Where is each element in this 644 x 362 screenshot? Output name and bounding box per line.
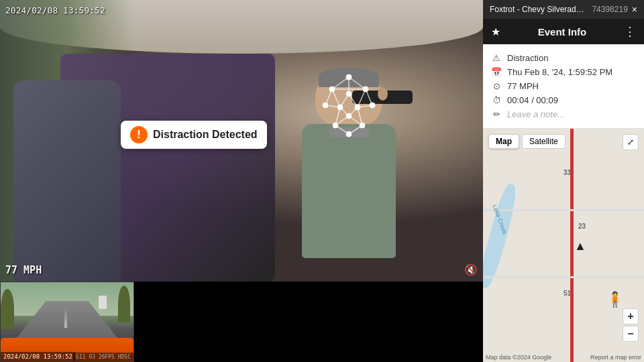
face-mesh-overlay [312, 70, 386, 141]
main-camera: ! Distraction Detected 2024/02/08 13:59:… [0, 0, 483, 282]
svg-line-18 [332, 89, 340, 107]
note-row[interactable]: ✏ Leave a note... [491, 107, 636, 121]
event-details: ⚠ Distraction 📅 Thu Feb 8, '24, 1:59:52 … [483, 44, 644, 129]
star-icon[interactable]: ★ [491, 25, 500, 38]
navigation-arrow: ▲ [574, 239, 586, 253]
road-label-23: 23 [578, 223, 586, 230]
secondary-camera[interactable]: 2024/02/08 13:59:52 G11 03 26FPS HDSC [0, 282, 134, 362]
zoom-out-button[interactable]: − [623, 326, 639, 342]
svg-line-16 [325, 89, 332, 105]
map-zoom-controls: + − [623, 308, 639, 342]
volume-icon[interactable]: 🔇 [464, 263, 478, 276]
svg-line-20 [340, 94, 349, 107]
svg-line-25 [349, 107, 358, 116]
clock-icon: ⏱ [491, 95, 502, 105]
svg-line-21 [349, 94, 358, 107]
distraction-badge: ! Distraction Detected [121, 121, 267, 149]
event-type-row: ⚠ Distraction [491, 51, 636, 65]
map-tab-satellite[interactable]: Satellite [522, 134, 566, 149]
svg-line-17 [366, 89, 372, 105]
map-tabs: Map Satellite [488, 134, 566, 149]
svg-line-24 [340, 107, 349, 116]
speed-text: 77 MPH [507, 81, 539, 91]
duration-row: ⏱ 00:04 / 00:09 [491, 93, 636, 107]
driver-figure [282, 60, 416, 261]
road-label-33: 33 [564, 169, 571, 176]
road-label-51: 51 [564, 290, 571, 297]
warning-icon: ⚠ [491, 53, 502, 63]
video-area: ! Distraction Detected 2024/02/08 13:59:… [0, 0, 483, 362]
speedometer-icon: ⊙ [491, 81, 502, 91]
svg-line-31 [349, 125, 362, 134]
vehicle-title: Foxtrot - Chevy Silverado 2021 [490, 5, 588, 14]
alert-icon: ! [130, 126, 148, 143]
speed-overlay: 77 MPH [5, 264, 42, 276]
person-marker: 🧍 [606, 291, 624, 308]
event-info-title: Event Info [500, 26, 624, 38]
zoom-in-button[interactable]: + [623, 308, 639, 324]
distraction-text: Distraction Detected [153, 129, 258, 141]
map-attribution: Map data ©2024 Google [486, 354, 551, 361]
map-tab-map[interactable]: Map [488, 134, 519, 149]
secondary-info: G11 03 26FPS HDSC [73, 353, 133, 361]
map-canvas[interactable]: 33 23 51 Lake Creek ▲ 🧍 [483, 129, 644, 362]
calendar-icon: 📅 [491, 67, 502, 77]
map-area[interactable]: 33 23 51 Lake Creek ▲ 🧍 Map [483, 129, 644, 362]
datetime-text: Thu Feb 8, '24, 1:59:52 PM [507, 67, 612, 77]
duration-text: 00:04 / 00:09 [507, 95, 558, 105]
note-placeholder[interactable]: Leave a note... [507, 109, 565, 119]
secondary-timestamp: 2024/02/08 13:59:52 [1, 352, 75, 361]
more-options-icon[interactable]: ⋮ [624, 24, 636, 39]
right-panel: Foxtrot - Chevy Silverado 2021 74398219 … [483, 0, 644, 362]
speed-row: ⊙ 77 MPH [491, 79, 636, 93]
svg-line-30 [335, 125, 349, 134]
title-bar: Foxtrot - Chevy Silverado 2021 74398219 … [483, 0, 644, 19]
map-expand-button[interactable]: ⤢ [623, 134, 639, 150]
event-info-header: ★ Event Info ⋮ [483, 19, 644, 44]
svg-line-19 [358, 89, 366, 107]
timestamp-overlay: 2024/02/08 13:59:52 [5, 5, 105, 15]
note-icon: ✏ [491, 109, 502, 119]
event-id: 74398219 [592, 5, 627, 14]
black-strip [134, 282, 483, 362]
datetime-row: 📅 Thu Feb 8, '24, 1:59:52 PM [491, 65, 636, 79]
svg-line-12 [332, 77, 349, 89]
event-type-text: Distraction [507, 53, 548, 63]
map-report-error[interactable]: Report a map error [590, 354, 641, 361]
svg-line-13 [349, 77, 366, 89]
close-button[interactable]: × [632, 4, 637, 15]
